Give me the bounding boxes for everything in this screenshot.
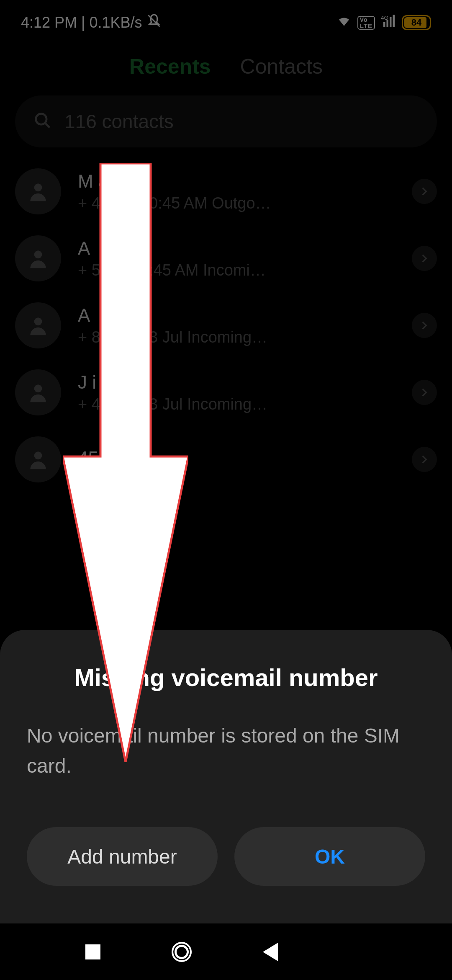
- arrow-annotation-icon: [63, 163, 188, 764]
- battery-icon: 84: [402, 15, 431, 30]
- home-button[interactable]: [165, 935, 198, 969]
- svg-marker-12: [63, 163, 188, 762]
- recent-apps-button[interactable]: [76, 935, 110, 969]
- back-button[interactable]: [254, 935, 287, 969]
- battery-level: 84: [403, 17, 430, 28]
- navigation-bar: [0, 923, 452, 980]
- add-number-button[interactable]: Add number: [27, 827, 218, 886]
- svg-point-13: [355, 934, 363, 942]
- accessibility-icon[interactable]: [342, 935, 376, 969]
- dialog-buttons: Add number OK: [27, 827, 425, 886]
- ok-button[interactable]: OK: [234, 827, 425, 886]
